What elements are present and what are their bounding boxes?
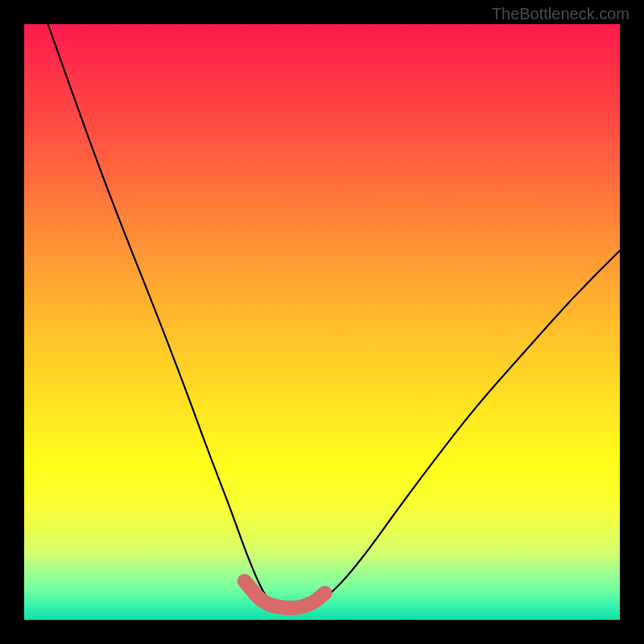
watermark-text: TheBottleneck.com bbox=[492, 5, 630, 23]
chart-plot-area bbox=[24, 24, 620, 620]
bottleneck-curve-line bbox=[48, 24, 620, 608]
chart-svg bbox=[24, 24, 620, 620]
highlight-segment-line bbox=[245, 581, 325, 608]
